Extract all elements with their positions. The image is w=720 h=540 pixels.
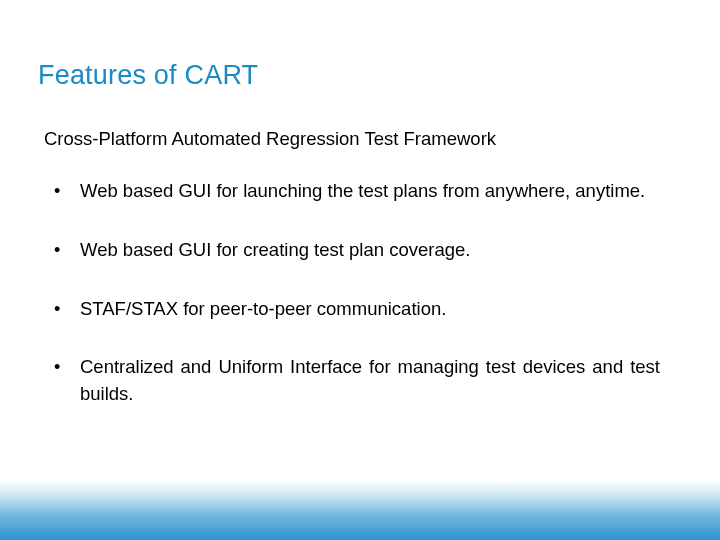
list-item: Web based GUI for creating test plan cov… xyxy=(44,237,660,264)
slide-title: Features of CART xyxy=(38,60,258,91)
slide: Features of CART Cross-Platform Automate… xyxy=(0,0,720,540)
bullet-list: Web based GUI for launching the test pla… xyxy=(44,178,660,440)
list-item: Web based GUI for launching the test pla… xyxy=(44,178,660,205)
footer-gradient-bar xyxy=(0,480,720,540)
list-item: STAF/STAX for peer-to-peer communication… xyxy=(44,296,660,323)
list-item: Centralized and Uniform Interface for ma… xyxy=(44,354,660,408)
slide-subtitle: Cross-Platform Automated Regression Test… xyxy=(44,128,496,150)
